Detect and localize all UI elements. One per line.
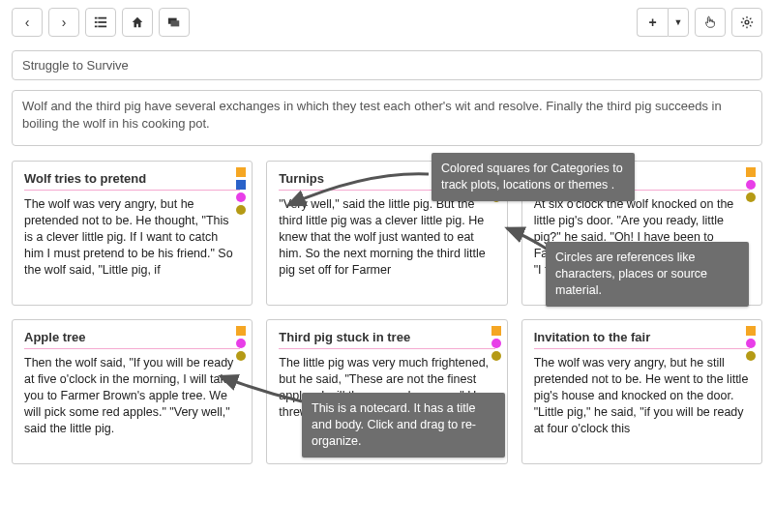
reference-circle[interactable] [236, 339, 246, 348]
category-square[interactable] [236, 326, 246, 336]
card-body: The wolf was very angry, but he still pr… [534, 355, 750, 436]
title-input-wrap [12, 50, 762, 80]
reference-circle[interactable] [746, 339, 756, 348]
chevron-right-icon: › [62, 15, 67, 30]
svg-rect-5 [98, 26, 106, 28]
tooltip-references: Circles are references like characters, … [546, 242, 749, 307]
card-title: Wolf tries to pretend [24, 171, 240, 186]
card-body: Then the wolf said, "If you will be read… [24, 355, 240, 436]
reference-circle[interactable] [746, 192, 756, 202]
caret-down-icon: ▼ [674, 17, 683, 27]
chevron-left-icon: ‹ [25, 15, 30, 30]
body-textarea-wrap: Wolf and the third pig have several exch… [12, 90, 762, 149]
card-title: Apple tree [24, 330, 240, 344]
card-body: "Very well," said the little pig. But th… [279, 196, 494, 278]
card-markers [746, 326, 756, 361]
list-view-button[interactable] [85, 8, 116, 37]
reference-circle[interactable] [236, 205, 246, 215]
reference-circle[interactable] [236, 192, 246, 202]
top-toolbar: ‹ › + ▼ [0, 0, 774, 44]
forward-button[interactable]: › [48, 8, 79, 37]
category-square[interactable] [236, 180, 246, 190]
svg-rect-4 [95, 26, 98, 28]
card-markers [236, 167, 246, 215]
card-body: The wolf was very angry, but he pretende… [24, 196, 240, 278]
gear-icon [740, 15, 754, 29]
settings-button[interactable] [731, 8, 762, 37]
category-square[interactable] [491, 326, 501, 336]
add-dropdown-toggle[interactable]: ▼ [668, 8, 689, 37]
reference-circle[interactable] [236, 351, 246, 361]
svg-rect-0 [95, 17, 98, 19]
card-markers [236, 326, 246, 361]
touch-mode-button[interactable] [695, 8, 726, 37]
list-icon [94, 15, 107, 29]
back-button[interactable]: ‹ [12, 8, 43, 37]
hand-pointer-icon [703, 15, 717, 29]
notecard[interactable]: Apple treeThen the wolf said, "If you wi… [12, 319, 253, 464]
reference-circle[interactable] [746, 180, 756, 190]
svg-rect-1 [98, 17, 106, 19]
svg-rect-7 [171, 20, 180, 26]
add-button[interactable]: + [637, 8, 668, 37]
reference-circle[interactable] [746, 351, 756, 361]
category-square[interactable] [236, 167, 246, 177]
folders-button[interactable] [159, 8, 190, 37]
card-rule [279, 348, 494, 349]
card-markers [746, 167, 756, 202]
home-button[interactable] [122, 8, 153, 37]
title-input[interactable] [12, 50, 762, 80]
category-square[interactable] [746, 167, 756, 177]
left-button-group: ‹ › [12, 8, 190, 37]
svg-rect-2 [95, 21, 98, 23]
body-textarea[interactable]: Wolf and the third pig have several exch… [12, 90, 762, 146]
tooltip-categories: Colored squares for Categories to track … [432, 153, 635, 201]
notecard[interactable]: Wolf tries to pretendThe wolf was very a… [12, 161, 253, 306]
svg-rect-3 [98, 21, 106, 23]
tooltip-notecard: This is a notecard. It has a title and b… [302, 393, 505, 458]
folders-icon [167, 15, 181, 29]
notecard[interactable]: Invitation to the fairThe wolf was very … [521, 319, 762, 464]
card-rule [534, 348, 750, 349]
card-rule [24, 348, 240, 349]
plus-icon: + [648, 15, 656, 30]
card-markers [491, 326, 501, 361]
category-square[interactable] [746, 326, 756, 336]
card-title: Invitation to the fair [534, 330, 750, 344]
right-button-group: + ▼ [637, 8, 762, 37]
card-title: Third pig stuck in tree [279, 330, 494, 344]
svg-point-8 [745, 20, 749, 24]
home-icon [131, 15, 144, 29]
card-rule [24, 190, 240, 191]
reference-circle[interactable] [491, 351, 501, 361]
reference-circle[interactable] [491, 339, 501, 348]
